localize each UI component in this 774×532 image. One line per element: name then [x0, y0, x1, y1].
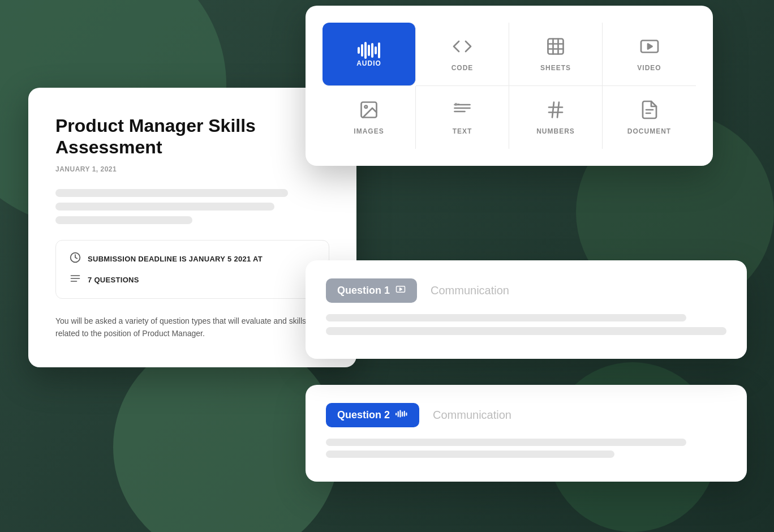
question2-badge[interactable]: Question 2 [326, 403, 419, 427]
svg-point-12 [365, 106, 368, 109]
sheets-icon [545, 36, 566, 59]
question2-audio-icon [395, 409, 408, 422]
video-label: VIDEO [637, 64, 661, 72]
svg-text:T=: T= [455, 102, 461, 107]
question2-category: Communication [433, 409, 511, 422]
video-icon-media [639, 36, 660, 59]
svg-rect-27 [399, 410, 401, 417]
q2-skeleton-1 [326, 439, 686, 446]
question1-badge[interactable]: Question 1 [326, 278, 417, 303]
question1-video-icon [395, 284, 406, 297]
svg-rect-25 [395, 413, 397, 415]
media-item-video[interactable]: VIDEO [603, 23, 696, 86]
skeleton-line-2 [55, 203, 274, 211]
text-label: TEXT [453, 127, 472, 135]
svg-rect-30 [406, 413, 407, 416]
info-box: SUBMISSION DEADLINE IS JANUARY 5 2021 AT… [55, 240, 329, 299]
media-item-document[interactable]: DOCUMENT [603, 86, 696, 149]
skeleton-line-3 [55, 216, 192, 224]
question1-card: Question 1 Communication [306, 260, 747, 359]
document-label: DOCUMENT [627, 127, 671, 135]
svg-rect-28 [402, 411, 403, 417]
svg-line-19 [552, 102, 554, 118]
audio-label: AUDIO [356, 59, 381, 67]
svg-line-20 [557, 102, 559, 118]
skeleton-line-1 [55, 189, 288, 197]
q1-skeleton-2 [326, 327, 726, 335]
svg-rect-4 [548, 39, 564, 54]
media-item-sheets[interactable]: SHEETS [509, 23, 603, 86]
clock-icon [70, 252, 81, 266]
questions-row: 7 QUESTIONS [70, 273, 315, 287]
media-item-text[interactable]: T= TEXT [416, 86, 509, 149]
images-label: IMAGES [354, 127, 384, 135]
svg-rect-29 [404, 411, 405, 417]
sheets-label: SHEETS [540, 64, 571, 72]
q2-skeleton-2 [326, 451, 614, 458]
media-item-images[interactable]: IMAGES [322, 86, 416, 149]
svg-marker-24 [400, 288, 402, 291]
q1-skeleton-1 [326, 314, 686, 321]
text-icon: T= [452, 100, 472, 123]
media-item-code[interactable]: CODE [416, 23, 509, 86]
media-grid: AUDIO CODE SHEETS [322, 23, 696, 149]
question2-header: Question 2 Communication [326, 403, 726, 427]
media-item-audio[interactable]: AUDIO [322, 23, 416, 86]
questions-text: 7 QUESTIONS [88, 276, 139, 284]
numbers-label: NUMBERS [536, 127, 575, 135]
document-icon [639, 100, 660, 123]
assessment-date: JANUARY 1, 2021 [55, 165, 329, 173]
deadline-text: SUBMISSION DEADLINE IS JANUARY 5 2021 AT [88, 255, 263, 263]
question1-category: Communication [431, 284, 509, 297]
svg-marker-10 [648, 44, 652, 49]
audio-waveform-icon [358, 41, 380, 59]
code-icon [452, 36, 472, 59]
media-item-numbers[interactable]: NUMBERS [509, 86, 603, 149]
code-label: CODE [452, 64, 474, 72]
question1-header: Question 1 Communication [326, 278, 726, 303]
media-type-card: AUDIO CODE SHEETS [306, 6, 713, 166]
deadline-row: SUBMISSION DEADLINE IS JANUARY 5 2021 AT [70, 252, 315, 266]
question2-card: Question 2 Communication [306, 385, 747, 482]
assessment-description: You will be asked a variety of question … [55, 315, 329, 340]
question1-label: Question 1 [337, 285, 390, 297]
numbers-icon [545, 100, 566, 123]
images-icon [359, 100, 379, 123]
svg-rect-26 [398, 411, 399, 417]
assessment-title: Product Manager Skills Assessment [55, 115, 329, 158]
list-icon [70, 273, 81, 287]
question2-label: Question 2 [337, 409, 390, 421]
